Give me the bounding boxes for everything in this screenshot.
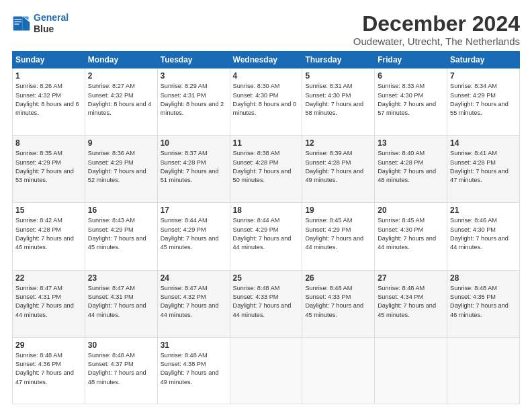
day-number: 28 — [450, 273, 517, 283]
calendar-cell: 2Sunrise: 8:27 AMSunset: 4:32 PMDaylight… — [85, 68, 157, 136]
day-info: Sunrise: 8:39 AMSunset: 4:28 PMDaylight:… — [305, 149, 371, 185]
day-info: Sunrise: 8:40 AMSunset: 4:28 PMDaylight:… — [378, 149, 444, 185]
calendar-cell: 11Sunrise: 8:38 AMSunset: 4:28 PMDayligh… — [230, 136, 302, 203]
svg-rect-5 — [15, 24, 19, 25]
col-header-sunday: Sunday — [13, 52, 85, 68]
day-info: Sunrise: 8:33 AMSunset: 4:30 PMDaylight:… — [378, 82, 444, 118]
day-number: 10 — [161, 138, 227, 148]
calendar-cell: 4Sunrise: 8:30 AMSunset: 4:30 PMDaylight… — [230, 68, 302, 136]
day-info: Sunrise: 8:47 AMSunset: 4:31 PMDaylight:… — [88, 284, 154, 320]
calendar-cell — [447, 337, 520, 404]
svg-rect-4 — [15, 21, 22, 22]
day-info: Sunrise: 8:35 AMSunset: 4:29 PMDaylight:… — [15, 149, 82, 185]
calendar-cell — [375, 337, 447, 404]
main-title: December 2024 — [353, 12, 520, 36]
day-info: Sunrise: 8:38 AMSunset: 4:28 PMDaylight:… — [233, 149, 300, 185]
day-info: Sunrise: 8:48 AMSunset: 4:33 PMDaylight:… — [305, 284, 371, 320]
day-number: 6 — [378, 71, 444, 81]
day-number: 1 — [15, 71, 82, 81]
day-info: Sunrise: 8:47 AMSunset: 4:32 PMDaylight:… — [161, 284, 227, 320]
logo-icon — [12, 14, 31, 33]
day-number: 5 — [305, 71, 371, 81]
calendar-cell: 22Sunrise: 8:47 AMSunset: 4:31 PMDayligh… — [13, 270, 85, 337]
calendar-cell: 15Sunrise: 8:42 AMSunset: 4:28 PMDayligh… — [13, 203, 85, 270]
col-header-wednesday: Wednesday — [230, 52, 302, 68]
day-number: 3 — [161, 71, 227, 81]
logo-text: General Blue — [34, 12, 69, 35]
col-header-tuesday: Tuesday — [157, 52, 230, 68]
calendar-cell: 3Sunrise: 8:29 AMSunset: 4:31 PMDaylight… — [157, 68, 230, 136]
day-number: 4 — [233, 71, 300, 81]
day-info: Sunrise: 8:31 AMSunset: 4:30 PMDaylight:… — [305, 82, 371, 118]
day-info: Sunrise: 8:43 AMSunset: 4:29 PMDaylight:… — [88, 216, 154, 252]
calendar-cell: 18Sunrise: 8:44 AMSunset: 4:29 PMDayligh… — [230, 203, 302, 270]
calendar-cell: 23Sunrise: 8:47 AMSunset: 4:31 PMDayligh… — [85, 270, 157, 337]
page: General Blue December 2024 Oudewater, Ut… — [0, 0, 532, 411]
day-number: 29 — [15, 340, 82, 350]
day-number: 17 — [161, 205, 227, 215]
col-header-friday: Friday — [375, 52, 447, 68]
calendar-cell: 17Sunrise: 8:44 AMSunset: 4:29 PMDayligh… — [157, 203, 230, 270]
calendar-cell: 8Sunrise: 8:35 AMSunset: 4:29 PMDaylight… — [13, 136, 85, 203]
day-number: 20 — [378, 205, 444, 215]
svg-rect-3 — [15, 19, 22, 20]
day-number: 12 — [305, 138, 371, 148]
day-number: 7 — [450, 71, 517, 81]
calendar-cell: 5Sunrise: 8:31 AMSunset: 4:30 PMDaylight… — [302, 68, 375, 136]
day-number: 19 — [305, 205, 371, 215]
calendar-table: SundayMondayTuesdayWednesdayThursdayFrid… — [12, 51, 520, 404]
header: General Blue December 2024 Oudewater, Ut… — [12, 12, 520, 47]
day-info: Sunrise: 8:48 AMSunset: 4:37 PMDaylight:… — [88, 351, 154, 387]
calendar-cell: 13Sunrise: 8:40 AMSunset: 4:28 PMDayligh… — [375, 136, 447, 203]
day-number: 15 — [15, 205, 82, 215]
calendar-cell — [230, 337, 302, 404]
day-info: Sunrise: 8:47 AMSunset: 4:31 PMDaylight:… — [15, 284, 82, 320]
calendar-cell: 31Sunrise: 8:48 AMSunset: 4:38 PMDayligh… — [157, 337, 230, 404]
calendar-cell: 29Sunrise: 8:48 AMSunset: 4:36 PMDayligh… — [13, 337, 85, 404]
calendar-cell: 14Sunrise: 8:41 AMSunset: 4:28 PMDayligh… — [447, 136, 520, 203]
day-info: Sunrise: 8:48 AMSunset: 4:38 PMDaylight:… — [161, 351, 227, 387]
day-number: 23 — [88, 273, 154, 283]
day-number: 14 — [450, 138, 517, 148]
calendar-cell — [302, 337, 375, 404]
day-number: 25 — [233, 273, 300, 283]
day-info: Sunrise: 8:48 AMSunset: 4:36 PMDaylight:… — [15, 351, 82, 387]
day-info: Sunrise: 8:44 AMSunset: 4:29 PMDaylight:… — [233, 216, 300, 252]
calendar-cell: 16Sunrise: 8:43 AMSunset: 4:29 PMDayligh… — [85, 203, 157, 270]
col-header-thursday: Thursday — [302, 52, 375, 68]
day-number: 31 — [161, 340, 227, 350]
day-info: Sunrise: 8:34 AMSunset: 4:29 PMDaylight:… — [450, 82, 517, 118]
calendar-cell: 27Sunrise: 8:48 AMSunset: 4:34 PMDayligh… — [375, 270, 447, 337]
day-number: 11 — [233, 138, 300, 148]
day-number: 26 — [305, 273, 371, 283]
col-header-saturday: Saturday — [447, 52, 520, 68]
calendar-cell: 20Sunrise: 8:45 AMSunset: 4:30 PMDayligh… — [375, 203, 447, 270]
day-number: 24 — [161, 273, 227, 283]
calendar-cell: 28Sunrise: 8:48 AMSunset: 4:35 PMDayligh… — [447, 270, 520, 337]
day-number: 21 — [450, 205, 517, 215]
col-header-monday: Monday — [85, 52, 157, 68]
day-info: Sunrise: 8:46 AMSunset: 4:30 PMDaylight:… — [450, 216, 517, 252]
day-info: Sunrise: 8:41 AMSunset: 4:28 PMDaylight:… — [450, 149, 517, 185]
day-info: Sunrise: 8:30 AMSunset: 4:30 PMDaylight:… — [233, 82, 300, 118]
calendar-cell: 26Sunrise: 8:48 AMSunset: 4:33 PMDayligh… — [302, 270, 375, 337]
day-info: Sunrise: 8:45 AMSunset: 4:30 PMDaylight:… — [378, 216, 444, 252]
calendar-cell: 9Sunrise: 8:36 AMSunset: 4:29 PMDaylight… — [85, 136, 157, 203]
calendar-cell: 24Sunrise: 8:47 AMSunset: 4:32 PMDayligh… — [157, 270, 230, 337]
calendar-cell: 25Sunrise: 8:48 AMSunset: 4:33 PMDayligh… — [230, 270, 302, 337]
calendar-cell: 12Sunrise: 8:39 AMSunset: 4:28 PMDayligh… — [302, 136, 375, 203]
day-number: 18 — [233, 205, 300, 215]
calendar-cell: 7Sunrise: 8:34 AMSunset: 4:29 PMDaylight… — [447, 68, 520, 136]
title-block: December 2024 Oudewater, Utrecht, The Ne… — [353, 12, 520, 47]
day-number: 30 — [88, 340, 154, 350]
day-number: 2 — [88, 71, 154, 81]
day-number: 9 — [88, 138, 154, 148]
day-info: Sunrise: 8:48 AMSunset: 4:34 PMDaylight:… — [378, 284, 444, 320]
day-number: 16 — [88, 205, 154, 215]
calendar-cell: 1Sunrise: 8:26 AMSunset: 4:32 PMDaylight… — [13, 68, 85, 136]
day-info: Sunrise: 8:48 AMSunset: 4:33 PMDaylight:… — [233, 284, 300, 320]
day-info: Sunrise: 8:26 AMSunset: 4:32 PMDaylight:… — [15, 82, 82, 118]
subtitle: Oudewater, Utrecht, The Netherlands — [353, 36, 520, 47]
day-info: Sunrise: 8:27 AMSunset: 4:32 PMDaylight:… — [88, 82, 154, 118]
day-info: Sunrise: 8:37 AMSunset: 4:28 PMDaylight:… — [161, 149, 227, 185]
